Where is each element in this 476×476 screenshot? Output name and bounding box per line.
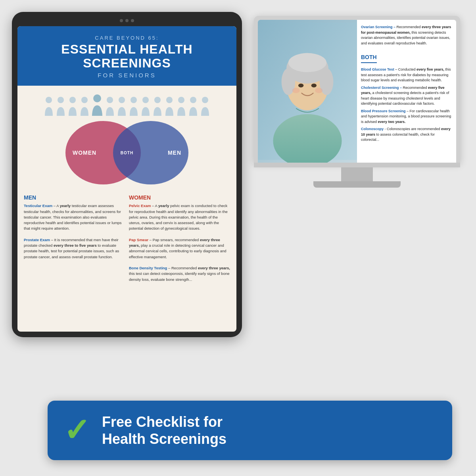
tablet-dot — [131, 19, 134, 22]
svg-point-25 — [315, 88, 322, 93]
cholesterol-item: Cholesterol Screening – Recommended ever… — [361, 85, 452, 107]
pelvic-exam-title: Pelvic Exam — [129, 203, 151, 208]
svg-point-12 — [190, 97, 196, 103]
tablet-dot — [120, 19, 123, 22]
svg-point-4 — [93, 94, 101, 102]
monitor-stand-neck — [341, 167, 373, 181]
tablet-for-seniors: FOR SENIORS — [25, 72, 228, 79]
tablet-camera-row — [17, 19, 236, 22]
banner-text: Free Checklist for Health Screenings — [102, 413, 226, 447]
svg-point-8 — [142, 97, 149, 103]
svg-point-10 — [166, 97, 173, 103]
svg-point-24 — [292, 88, 300, 93]
svg-point-2 — [69, 97, 76, 103]
tablet-dot — [125, 19, 129, 22]
men-section: MEN Testicular Exam – A yearly testicula… — [24, 194, 125, 313]
monitor-screen: Ovarian Screening – Recommended every th… — [258, 20, 456, 163]
svg-point-7 — [131, 97, 137, 103]
free-checklist-banner[interactable]: ✓ Free Checklist for Health Screenings — [48, 401, 452, 460]
monitor-text-content: Ovarian Screening – Recommended every th… — [357, 20, 456, 163]
svg-point-23 — [311, 84, 317, 88]
women-section-text: Pelvic Exam – A yearly pelvic exam is co… — [129, 203, 230, 282]
svg-point-6 — [119, 97, 125, 103]
svg-point-1 — [58, 97, 64, 103]
both-section: BOTH — [361, 50, 452, 65]
cholesterol-title: Cholesterol Screening – — [361, 86, 402, 90]
svg-point-22 — [298, 84, 303, 88]
bone-density-title: Bone Density Testing — [129, 266, 167, 270]
blood-glucose-item: Blood Glucose Test – Conducted every fiv… — [361, 67, 452, 83]
venn-diagram: WOMEN MEN BOTH — [60, 119, 194, 186]
men-section-title: MEN — [24, 194, 125, 201]
men-section-text: Testicular Exam – A yearly testicular ex… — [24, 203, 125, 260]
monitor-stand — [254, 163, 460, 188]
monitor-device: Ovarian Screening – Recommended every th… — [254, 16, 460, 188]
monitor-photo — [258, 20, 357, 163]
svg-point-9 — [154, 97, 161, 103]
blood-pressure-title: Blood Pressure Screening — [361, 109, 406, 113]
svg-point-3 — [81, 97, 88, 103]
blood-pressure-item: Blood Pressure Screening – For cardiovas… — [361, 109, 452, 125]
tablet-screen: CARE BEYOND 65: ESSENTIAL HEALTHSCREENIN… — [17, 26, 236, 332]
svg-point-21 — [288, 53, 326, 72]
banner-text-line1: Free Checklist for — [102, 413, 226, 430]
venn-women-label: WOMEN — [73, 150, 96, 156]
svg-point-5 — [107, 97, 113, 103]
women-section: WOMEN Pelvic Exam – A yearly pelvic exam… — [129, 194, 230, 313]
blood-glucose-title: Blood Glucose Test — [361, 67, 394, 71]
ovarian-item: Ovarian Screening – Recommended every th… — [361, 25, 452, 46]
people-silhouettes — [21, 92, 232, 116]
tablet-header: CARE BEYOND 65: ESSENTIAL HEALTHSCREENIN… — [17, 26, 236, 86]
monitor-stand-top — [254, 163, 460, 167]
prostate-exam-title: Prostate Exam — [24, 238, 50, 242]
svg-point-0 — [46, 97, 52, 103]
tablet-bottom-content: MEN Testicular Exam – A yearly testicula… — [17, 190, 236, 317]
colonoscopy-title: Colonoscopy — [361, 127, 384, 131]
tablet-device: CARE BEYOND 65: ESSENTIAL HEALTHSCREENIN… — [12, 12, 242, 337]
venn-area: WOMEN MEN BOTH — [17, 86, 236, 190]
testicular-exam-title: Testicular Exam — [24, 203, 52, 208]
women-section-title: WOMEN — [129, 194, 230, 201]
monitor-stand-base — [313, 181, 401, 188]
banner-text-line2: Health Screenings — [102, 430, 226, 447]
both-section-title: BOTH — [361, 53, 377, 63]
woman-illustration — [258, 20, 357, 163]
svg-point-11 — [178, 97, 184, 103]
tablet-subtitle: CARE BEYOND 65: — [25, 35, 228, 41]
tablet-main-title: ESSENTIAL HEALTHSCREENINGS — [25, 42, 228, 70]
colonoscopy-item: Colonoscopy - Colonoscopies are recommen… — [361, 127, 452, 143]
svg-point-13 — [202, 97, 208, 103]
pap-smear-title: Pap Smear — [129, 238, 148, 242]
venn-men-label: MEN — [168, 150, 181, 156]
monitor-screen-wrap: Ovarian Screening – Recommended every th… — [254, 16, 460, 163]
checkmark-icon: ✓ — [63, 415, 90, 446]
venn-both-label: BOTH — [121, 151, 133, 155]
ovarian-title: Ovarian Screening – — [361, 25, 395, 29]
